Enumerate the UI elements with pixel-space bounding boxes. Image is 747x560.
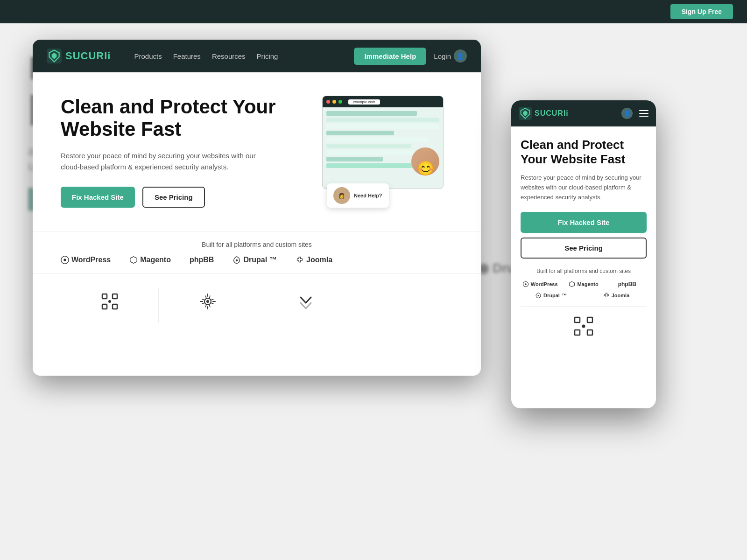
svg-point-6 (236, 259, 238, 262)
mobile-menu-button[interactable] (639, 110, 648, 117)
mobile-platform-joomla: Joomla (586, 292, 647, 299)
svg-marker-19 (570, 281, 575, 287)
desktop-hero: Clean and Protect Your Website Fast Rest… (33, 72, 481, 231)
mobile-platforms-label: Built for all platforms and custom sites (521, 268, 647, 274)
platform-wordpress: WordPress (61, 256, 111, 264)
scr-row-5 (326, 137, 428, 142)
screenshot-url: example.com (348, 99, 380, 105)
platform-joomla: Joomla (296, 256, 332, 264)
screenshot-body: 😊 (323, 107, 443, 175)
gear-crosshair-icon (168, 293, 247, 314)
svg-rect-21 (575, 317, 580, 322)
screenshot-avatar: 😊 (411, 147, 439, 175)
mobile-platform-magento: Magento (564, 281, 603, 287)
mobile-sucuri-icon (519, 107, 532, 120)
scr-row-8 (326, 157, 383, 161)
mobile-see-pricing-button[interactable]: See Pricing (521, 238, 647, 259)
desktop-platforms-label: Built for all platforms and custom sites (61, 241, 453, 248)
mobile-platform-drupal: Drupal™ (521, 292, 581, 299)
desktop-navbar: SUCURIi Products Features Resources Pric… (33, 40, 481, 72)
nav-features[interactable]: Features (173, 52, 201, 60)
hero-title: Clean and Protect Your Website Fast (61, 96, 308, 141)
feature-scan (61, 288, 159, 323)
desktop-window: SUCURIi Products Features Resources Pric… (33, 40, 481, 376)
scr-row-1 (326, 111, 417, 116)
mobile-window: SUCURIi 👤 Clean and Protect Your Website… (511, 100, 656, 408)
scr-row-3 (326, 124, 439, 129)
chevron-down-icon (267, 293, 345, 314)
desktop-features-row (33, 273, 481, 337)
hero-right: example.com 😊 (322, 96, 453, 217)
nav-products[interactable]: Products (134, 52, 162, 60)
hero-buttons: Fix Hacked Site See Pricing (61, 187, 308, 208)
svg-rect-22 (587, 317, 592, 322)
dot-green (338, 100, 342, 104)
mobile-navbar: SUCURIi 👤 (511, 100, 656, 126)
hero-left: Clean and Protect Your Website Fast Rest… (61, 96, 308, 217)
fix-hacked-site-button[interactable]: Fix Hacked Site (61, 187, 135, 208)
svg-point-4 (63, 259, 66, 261)
scr-row-6 (326, 144, 411, 148)
dot-yellow (332, 100, 336, 104)
user-icon: 👤 (454, 49, 467, 63)
svg-point-11 (108, 300, 111, 303)
platform-phpbb: phpBB (190, 256, 214, 264)
desktop-logo-text: SUCURIi (65, 50, 111, 62)
feature-settings (159, 288, 257, 323)
desktop-nav-right: Immediate Help Login 👤 (354, 48, 467, 65)
mobile-platform-phpbb: phpBB (608, 281, 647, 287)
screenshot-topbar: example.com (323, 96, 443, 107)
bg-signup-button: Sign Up Free (670, 4, 733, 19)
svg-marker-5 (130, 257, 137, 263)
mobile-logo-text: SUCURIi (535, 109, 569, 118)
mobile-hero-title: Clean and Protect Your Website Fast (521, 138, 647, 167)
mobile-nav-icons: 👤 (621, 108, 648, 119)
mobile-platforms-grid: WordPress Magento phpBB (521, 281, 647, 287)
mobile-user-icon[interactable]: 👤 (621, 108, 633, 119)
svg-point-25 (582, 324, 585, 328)
hero-screenshot: example.com 😊 (322, 96, 444, 189)
svg-rect-24 (587, 330, 592, 335)
feature-shield (257, 288, 355, 323)
mobile-fix-hacked-site-button[interactable]: Fix Hacked Site (521, 212, 647, 233)
platform-magento: Magento (129, 256, 171, 264)
nav-resources[interactable]: Resources (212, 52, 246, 60)
nav-pricing[interactable]: Pricing (257, 52, 278, 60)
mobile-hero-subtitle: Restore your peace of mind by securing y… (521, 173, 647, 202)
mobile-hero: Clean and Protect Your Website Fast Rest… (511, 126, 656, 353)
desktop-platforms-logos: WordPress Magento phpBB Drupal™ Joomla (61, 256, 453, 264)
need-help-badge: 👩 Need Help? (327, 183, 389, 208)
desktop-platforms-section: Built for all platforms and custom sites… (33, 231, 481, 273)
need-help-avatar: 👩 (333, 187, 350, 204)
svg-rect-23 (575, 330, 580, 335)
bg-top-bar: Sign Up Free (0, 0, 747, 23)
immediate-help-button[interactable]: Immediate Help (354, 48, 426, 65)
scr-row-4 (326, 131, 394, 135)
mobile-logo-area: SUCURIi (519, 107, 569, 120)
mobile-platforms-row2: Drupal™ Joomla (521, 292, 647, 299)
platform-drupal: Drupal™ (233, 256, 277, 264)
svg-point-20 (538, 295, 539, 296)
mobile-scan-icon (573, 316, 594, 336)
svg-rect-9 (102, 304, 107, 309)
scan-expand-icon (70, 293, 149, 314)
svg-rect-10 (113, 304, 117, 309)
see-pricing-button[interactable]: See Pricing (142, 187, 205, 208)
mobile-platform-wordpress: WordPress (521, 281, 559, 287)
hero-subtitle: Restore your peace of mind by securing y… (61, 150, 257, 173)
mobile-feature-icon-area (521, 306, 647, 346)
svg-rect-7 (102, 294, 107, 299)
svg-point-18 (525, 283, 527, 285)
sucuri-logo-icon (47, 49, 62, 63)
need-help-label: Need Help? (354, 193, 382, 198)
svg-point-13 (206, 300, 209, 303)
desktop-logo-area: SUCURIi (47, 49, 111, 63)
login-button[interactable]: Login 👤 (434, 49, 467, 63)
scr-row-7 (326, 150, 423, 155)
desktop-nav-links: Products Features Resources Pricing (134, 52, 340, 60)
scr-row-2 (326, 118, 439, 122)
feature-extra (355, 288, 453, 323)
svg-rect-8 (113, 294, 117, 299)
avatar-emoji: 😊 (417, 161, 434, 175)
dot-red (326, 100, 330, 104)
